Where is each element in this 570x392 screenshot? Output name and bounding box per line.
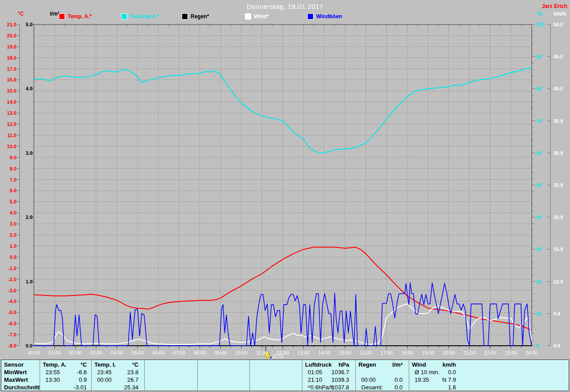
table-cell-value: 1039.3	[331, 376, 349, 384]
wind-axis-tick-label: 20.0	[554, 214, 570, 220]
time-marker-dot	[270, 357, 272, 358]
summary-column-wind: Windkm/hØ 10 min.0.019:35N 7.91.6	[409, 360, 569, 391]
summary-column-regen: Regenl/m²00:000.0Gesamt:0.0	[355, 360, 409, 391]
table-cell-value: -6.6	[77, 368, 87, 376]
temp-axis-tick-label: -6.0	[1, 321, 16, 326]
table-cell-time: 13:30	[45, 376, 60, 384]
humidity-axis-tick-label: 100	[536, 22, 550, 27]
column-header-unit: °C	[132, 361, 138, 368]
summary-column-temp-i-: Temp. I.°C23:4523.800:0026.725.34	[91, 360, 144, 391]
humidity-axis-tick-label: 80	[536, 86, 550, 91]
table-cell-value: 0.0	[395, 376, 403, 384]
time-axis-tick-label: 04:00	[111, 350, 123, 356]
temp-axis-tick-label: 5.0	[1, 199, 16, 204]
table-cell-time: 19:35	[415, 376, 429, 384]
time-axis-tick-label: 02:00	[69, 350, 81, 356]
table-cell-value: 23.8	[127, 368, 138, 376]
humidity-axis-tick-label: 30	[536, 247, 550, 252]
table-row-label: MinWert	[4, 368, 27, 376]
wind-axis-tick-label: 30.0	[554, 150, 570, 156]
summary-column-luftdruck: LuftdruckhPa01:051036.721:101039.3^0.6hP…	[302, 360, 355, 391]
wind-axis-tick-label: 10.0	[554, 279, 570, 284]
temp-axis-tick-label: 19.0	[1, 44, 16, 49]
rain-axis-tick-label: 3.0	[17, 150, 33, 156]
time-axis-tick-label: 14:00	[318, 350, 330, 356]
humidity-axis-tick-label: 60	[536, 150, 550, 156]
time-axis-tick-label: 13:00	[297, 350, 310, 356]
time-axis-tick-label: 10:00	[235, 350, 248, 356]
table-row-label: MaxWert	[4, 376, 28, 384]
table-cell-value: 0.9	[79, 376, 87, 384]
summary-column-empty-3	[197, 360, 249, 391]
time-marker-label: 11:11	[272, 353, 284, 359]
chart-plot-area[interactable]	[34, 24, 532, 346]
wind-axis-tick-label: 25.0	[554, 182, 570, 188]
temp-axis-tick-label: -7.0	[1, 332, 16, 337]
column-header-unit: l/m²	[392, 361, 403, 368]
rain-axis-tick-label: 0.0	[17, 343, 33, 348]
time-axis-tick-label: 23:00	[505, 350, 517, 356]
temp-axis-tick-label: -8.0	[1, 343, 16, 348]
rain-axis-tick-label: 2.0	[17, 214, 33, 220]
table-cell-time: Ø 10 min.	[415, 368, 440, 376]
table-cell-time: 00:00	[361, 376, 376, 384]
table-cell-value: -3.01	[73, 384, 87, 391]
temp-axis-tick-label: 14.0	[1, 99, 16, 105]
time-axis-tick-label: 05:00	[131, 350, 144, 356]
column-header-name: Temp. A.	[43, 361, 66, 368]
rain-axis-tick-label: 5.0	[17, 22, 33, 27]
temp-axis-tick-label: 6.0	[1, 188, 16, 193]
temp-axis-tick-label: 15.0	[1, 88, 16, 93]
humidity-axis-tick-label: 10	[536, 311, 550, 316]
table-row-label: Sensor	[4, 361, 24, 368]
temp-axis-tick-label: -1.0	[1, 266, 16, 271]
column-header-unit: °C	[80, 361, 87, 368]
temp-axis-tick-label: 8.0	[1, 166, 16, 171]
time-axis-tick-label: 07:00	[173, 350, 185, 356]
time-axis-tick-label: 09:00	[214, 350, 227, 356]
summary-table: SensorMinWertMaxWertDurchschnittTemp. A.…	[1, 360, 569, 391]
column-header-name: Regen	[358, 361, 376, 368]
table-cell-value: N 7.9	[442, 376, 456, 384]
time-axis-tick-label: 17:00	[380, 350, 393, 356]
wind-axis-tick-label: 40.0	[554, 86, 570, 91]
humidity-axis-tick-label: 20	[536, 279, 550, 284]
table-row-labels-column: SensorMinWertMaxWertDurchschnitt	[1, 360, 40, 391]
temp-axis-tick-label: 20.0	[1, 33, 16, 38]
temp-axis-tick-label: 16.0	[1, 77, 16, 82]
summary-column-empty-4	[249, 360, 302, 391]
table-cell-value: 1.6	[448, 384, 456, 391]
column-header-unit: hPa	[338, 361, 349, 368]
temp-axis-tick-label: -2.0	[1, 277, 16, 282]
wind-axis-tick-label: 5.0	[554, 311, 570, 316]
table-cell-time: 01:05	[308, 368, 322, 376]
time-axis-tick-label: 15:00	[339, 350, 351, 356]
table-cell-time: ^0.6hPa/h	[308, 384, 334, 391]
humidity-axis-tick-label: 90	[536, 54, 550, 59]
temp-axis-tick-label: -3.0	[1, 288, 16, 293]
table-cell-value: 0.0	[395, 384, 403, 391]
time-axis-tick-label: 00:00	[28, 350, 40, 356]
wind-axis-tick-label: 50.0	[554, 22, 570, 27]
temp-axis-tick-label: 18.0	[1, 55, 16, 61]
temp-axis-tick-label: 7.0	[1, 177, 16, 182]
table-cell-value: 1036.7	[331, 368, 349, 376]
rain-axis-tick-label: 1.0	[17, 279, 33, 284]
temp-axis-tick-label: 4.0	[1, 210, 16, 215]
temp-axis-tick-label: 21.0	[1, 22, 16, 27]
time-axis-tick-label: 03:00	[90, 350, 102, 356]
time-axis-tick-label: 08:00	[194, 350, 206, 356]
time-axis-tick-label: 11:00	[256, 350, 268, 356]
wind-axis-tick-label: 45.0	[554, 54, 570, 59]
column-header-name: Temp. I.	[94, 361, 116, 368]
temp-axis-tick-label: 17.0	[1, 66, 16, 72]
chart-canvas	[0, 0, 570, 392]
wind-axis-tick-label: 0.0	[554, 343, 570, 348]
table-cell-value: 26.7	[127, 376, 138, 384]
temp-axis-tick-label: 11.0	[1, 133, 16, 138]
wind-axis-tick-label: 35.0	[554, 118, 570, 124]
time-axis-tick-label: 16:00	[360, 350, 372, 356]
table-cell-time: 21:10	[308, 376, 322, 384]
column-header-unit: km/h	[443, 361, 456, 368]
table-cell-value: 25.34	[124, 384, 138, 391]
